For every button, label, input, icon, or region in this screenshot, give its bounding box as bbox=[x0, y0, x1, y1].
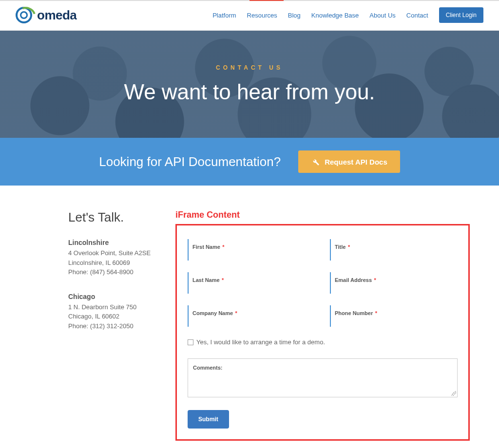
first-name-field[interactable]: First Name * bbox=[188, 239, 315, 261]
api-docs-banner: Looking for API Documentation? Request A… bbox=[0, 138, 499, 186]
office-address-1: 4 Overlook Point, Suite A2SE bbox=[68, 248, 156, 258]
iframe-label: iFrame Content bbox=[175, 210, 470, 220]
nav-blog[interactable]: Blog bbox=[288, 12, 301, 19]
first-name-label: First Name bbox=[192, 244, 220, 250]
demo-checkbox-label: Yes, I would like to arrange a time for … bbox=[196, 338, 325, 346]
api-banner-text: Looking for API Documentation? bbox=[99, 154, 281, 169]
hero: CONTACT US We want to hear from you. bbox=[0, 31, 499, 138]
office-name: Chicago bbox=[68, 293, 156, 300]
required-mark: * bbox=[222, 244, 224, 250]
logo-text: omeda bbox=[37, 8, 77, 23]
nav-platform[interactable]: Platform bbox=[212, 12, 236, 19]
email-field[interactable]: Email Address * bbox=[330, 272, 458, 294]
nav-resources[interactable]: Resources bbox=[247, 12, 277, 19]
hero-eyebrow: CONTACT US bbox=[216, 64, 283, 71]
top-accent-line bbox=[0, 0, 499, 1]
office-address-2: Lincolnshire, IL 60069 bbox=[68, 258, 156, 268]
submit-button[interactable]: Submit bbox=[188, 410, 229, 429]
request-api-docs-button[interactable]: Request API Docs bbox=[298, 150, 400, 173]
last-name-field[interactable]: Last Name * bbox=[188, 272, 315, 294]
comments-label: Comments: bbox=[193, 365, 223, 371]
required-mark: * bbox=[374, 277, 376, 283]
main-content: Let's Talk. Lincolnshire 4 Overlook Poin… bbox=[0, 186, 499, 448]
nav-contact[interactable]: Contact bbox=[406, 12, 428, 19]
contact-form-frame: First Name * Title * Last Name * Email A… bbox=[175, 224, 470, 441]
title-label: Title bbox=[335, 244, 345, 250]
client-login-button[interactable]: Client Login bbox=[439, 7, 483, 23]
office-chicago: Chicago 1 N. Dearborn Suite 750 Chicago,… bbox=[68, 293, 156, 331]
logo-mark-icon bbox=[16, 7, 32, 23]
email-label: Email Address bbox=[335, 277, 372, 283]
required-mark: * bbox=[348, 244, 350, 250]
header: omeda Platform Resources Blog Knowledge … bbox=[0, 1, 499, 31]
nav-knowledge-base[interactable]: Knowledge Base bbox=[311, 12, 359, 19]
required-mark: * bbox=[375, 310, 377, 316]
api-cta-label: Request API Docs bbox=[325, 158, 387, 166]
company-label: Company Name bbox=[192, 310, 233, 316]
last-name-label: Last Name bbox=[192, 277, 220, 283]
main-nav: Platform Resources Blog Knowledge Base A… bbox=[212, 7, 483, 23]
wrench-icon bbox=[311, 157, 320, 166]
demo-checkbox[interactable] bbox=[188, 339, 193, 345]
resize-handle-icon[interactable] bbox=[451, 391, 456, 396]
iframe-container: iFrame Content First Name * Title * Last… bbox=[175, 210, 470, 441]
hero-title: We want to hear from you. bbox=[124, 80, 375, 104]
sidebar-heading: Let's Talk. bbox=[68, 210, 156, 225]
required-mark: * bbox=[222, 277, 224, 283]
phone-label: Phone Number bbox=[335, 310, 373, 316]
logo[interactable]: omeda bbox=[16, 7, 77, 23]
office-lincolnshire: Lincolnshire 4 Overlook Point, Suite A2S… bbox=[68, 239, 156, 277]
office-address-1: 1 N. Dearborn Suite 750 bbox=[68, 302, 156, 312]
required-mark: * bbox=[235, 310, 237, 316]
phone-field[interactable]: Phone Number * bbox=[330, 305, 458, 327]
demo-checkbox-row: Yes, I would like to arrange a time for … bbox=[188, 338, 458, 346]
office-address-2: Chicago, IL 60602 bbox=[68, 312, 156, 321]
company-field[interactable]: Company Name * bbox=[188, 305, 315, 327]
nav-about-us[interactable]: About Us bbox=[369, 12, 395, 19]
office-name: Lincolnshire bbox=[68, 239, 156, 246]
office-phone: Phone: (312) 312-2050 bbox=[68, 321, 156, 331]
title-field[interactable]: Title * bbox=[330, 239, 458, 261]
office-phone: Phone: (847) 564-8900 bbox=[68, 267, 156, 277]
contact-sidebar: Let's Talk. Lincolnshire 4 Overlook Poin… bbox=[68, 210, 156, 441]
comments-textarea[interactable]: Comments: bbox=[188, 358, 458, 397]
